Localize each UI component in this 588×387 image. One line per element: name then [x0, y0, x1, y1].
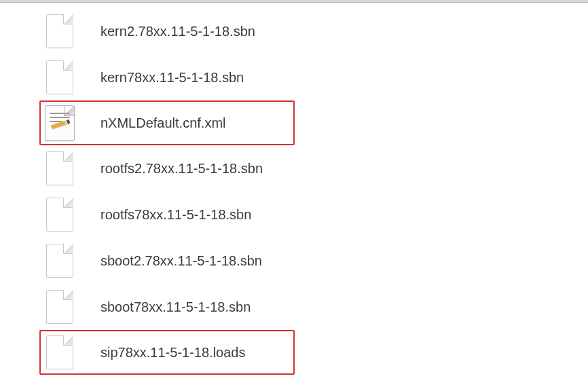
file-icon — [42, 151, 77, 186]
file-name-label: sboot78xx.11-5-1-18.sbn — [100, 299, 251, 315]
file-name-label: sboot2.78xx.11-5-1-18.sbn — [100, 253, 262, 269]
file-name-label: nXMLDefault.cnf.xml — [100, 115, 226, 131]
file-name-label: kern78xx.11-5-1-18.sbn — [100, 70, 244, 86]
file-row[interactable]: sboot78xx.11-5-1-18.sbn — [39, 284, 588, 330]
file-list: kern2.78xx.11-5-1-18.sbn kern78xx.11-5-1… — [0, 3, 588, 375]
file-icon — [42, 60, 77, 95]
file-icon — [42, 335, 77, 370]
file-row[interactable]: sip78xx.11-5-1-18.loads — [39, 330, 295, 375]
file-name-label: rootfs2.78xx.11-5-1-18.sbn — [100, 161, 263, 177]
file-row[interactable]: rootfs2.78xx.11-5-1-18.sbn — [39, 145, 588, 191]
file-row[interactable]: nXMLDefault.cnf.xml — [39, 100, 295, 145]
file-icon — [42, 289, 77, 325]
file-row[interactable]: rootfs78xx.11-5-1-18.sbn — [39, 191, 588, 238]
file-name-label: rootfs78xx.11-5-1-18.sbn — [100, 207, 251, 223]
document-icon — [42, 105, 77, 141]
file-icon — [42, 197, 77, 232]
file-icon — [42, 14, 77, 49]
file-name-label: kern2.78xx.11-5-1-18.sbn — [100, 24, 255, 39]
file-row[interactable]: sboot2.78xx.11-5-1-18.sbn — [39, 238, 588, 284]
file-row[interactable]: kern2.78xx.11-5-1-18.sbn — [39, 8, 588, 54]
file-icon — [42, 243, 77, 278]
file-name-label: sip78xx.11-5-1-18.loads — [100, 345, 245, 361]
file-row[interactable]: kern78xx.11-5-1-18.sbn — [39, 54, 588, 100]
